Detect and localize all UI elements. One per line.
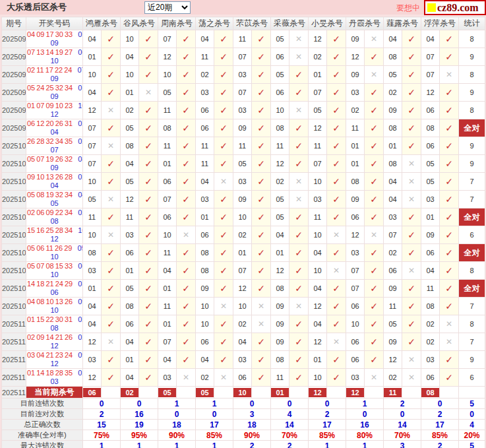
check-icon: ✓	[408, 141, 415, 151]
check-icon: ✓	[370, 212, 378, 222]
kill-number-cell: 10	[309, 173, 327, 191]
front-number: 19	[46, 191, 54, 199]
kill-number-cell: 01	[384, 137, 402, 155]
range-select[interactable]: 近20期	[144, 1, 191, 14]
front-number: 11	[36, 66, 44, 74]
logo-yellow-square-icon	[427, 3, 436, 12]
back-number: 10	[78, 102, 82, 110]
kill-number-cell: 03	[309, 191, 327, 208]
summary-value: 1	[346, 399, 384, 409]
check-icon: ✓	[182, 265, 190, 276]
kill-mark-cell: ✓	[214, 226, 233, 244]
kill-mark-cell: ✓	[214, 280, 233, 298]
kill-number-cell: 04	[121, 333, 139, 351]
front-number: 28	[36, 137, 44, 145]
cross-icon: ✕	[295, 177, 302, 186]
kill-mark-cell: ✓	[177, 333, 196, 351]
period-cell: 2025097	[2, 84, 26, 102]
winning-numbers-cell: 02060922340208	[26, 208, 83, 226]
table-row: 20250970524253234010904✓01✕05✓03✓07✓06✓0…	[2, 84, 485, 102]
front-number: 07	[27, 48, 35, 56]
kill-mark-cell: ✓	[214, 30, 233, 48]
cross-icon: ✕	[107, 195, 114, 204]
kill-mark-cell	[102, 387, 121, 399]
check-icon: ✓	[144, 69, 152, 80]
kill-mark-cell: ✓	[139, 48, 158, 66]
kill-mark-cell: ✓	[177, 173, 196, 191]
kill-mark-cell: ✓	[102, 315, 121, 333]
kill-number-cell: 07	[421, 48, 440, 66]
check-icon: ✓	[220, 319, 228, 329]
check-icon: ✓	[257, 141, 265, 151]
kill-mark-cell: ✕	[289, 298, 309, 315]
front-number: 09	[36, 30, 44, 38]
kill-mark-cell	[327, 387, 346, 399]
check-icon: ✓	[332, 283, 340, 294]
kill-mark-cell: ✓	[177, 30, 196, 48]
check-icon: ✓	[182, 319, 190, 329]
front-number: 23	[55, 351, 63, 359]
kill-mark-cell: ✓	[252, 155, 271, 173]
check-icon: ✓	[408, 319, 415, 329]
check-icon: ✓	[220, 69, 228, 80]
kill-mark-cell: ✕	[177, 226, 196, 244]
period-cell: 2025094	[2, 30, 26, 48]
front-number: 14	[36, 369, 44, 377]
site-logo[interactable]: cz89.com	[424, 0, 486, 15]
kill-mark-cell: ✓	[440, 369, 459, 387]
back-number: 02	[78, 369, 82, 377]
check-icon: ✓	[332, 123, 340, 133]
summary-value: 2	[309, 409, 346, 420]
kill-number-cell: 06	[384, 262, 402, 280]
kill-mark-cell: ✓	[139, 119, 158, 137]
kill-number-cell: 11	[271, 137, 289, 155]
back-number: 07	[50, 146, 58, 154]
summary-value: 1	[121, 441, 158, 448]
kill-mark-cell: ✓	[102, 369, 121, 387]
check-icon: ✓	[332, 87, 340, 98]
cross-icon: ✕	[220, 302, 227, 311]
kill-number-cell: 10	[309, 226, 327, 244]
check-icon: ✓	[220, 265, 228, 276]
kill-mark-cell: ✓	[440, 244, 459, 262]
summary-label: 准确率(全对率)	[2, 430, 83, 441]
summary-value: 0	[421, 399, 459, 409]
check-icon: ✓	[295, 354, 303, 365]
stat-cell: 6	[459, 369, 485, 387]
check-icon: ✓	[107, 69, 115, 80]
kill-number-cell: 12	[233, 280, 252, 298]
period-cell: 2025098	[2, 102, 26, 119]
kill-mark-cell: ✓	[289, 262, 309, 280]
kill-number-cell: 11	[158, 102, 177, 119]
kill-mark-cell: ✓	[102, 119, 121, 137]
kill-number-cell: 04	[384, 191, 402, 208]
check-icon: ✓	[182, 141, 190, 151]
front-number: 17	[46, 66, 53, 74]
kill-mark-cell: ✕	[402, 351, 421, 369]
kill-number-cell: 01	[121, 351, 139, 369]
kill-mark-cell: ✕	[177, 369, 196, 387]
kill-number-cell: 05	[271, 30, 289, 48]
kill-mark-cell: ✓	[327, 137, 346, 155]
kill-mark-cell: ✓	[289, 84, 309, 102]
cross-icon: ✕	[107, 337, 114, 346]
check-icon: ✓	[220, 87, 228, 98]
table-row: 20251110209142126021212✕04✓07✓06✓04✓09✓1…	[2, 333, 485, 351]
kill-mark-cell: ✕	[214, 298, 233, 315]
front-number: 08	[36, 298, 44, 305]
kill-number-cell: 07	[83, 137, 102, 155]
kill-number-cell: 07	[83, 155, 102, 173]
kill-number-cell: 10	[158, 226, 177, 244]
front-number: 12	[36, 119, 44, 127]
front-number: 34	[65, 191, 73, 199]
summary-value: 0	[309, 399, 346, 409]
kill-mark-cell: ✓	[327, 155, 346, 173]
check-icon: ✓	[182, 283, 190, 294]
kill-number-cell: 06	[421, 244, 440, 262]
kill-mark-cell: ✓	[214, 48, 233, 66]
front-number: 14	[46, 333, 54, 341]
kill-mark-cell: ✓	[289, 208, 309, 226]
summary-value: 0	[158, 409, 196, 420]
kill-mark-cell: ✓	[102, 155, 121, 173]
kill-mark-cell	[177, 387, 196, 399]
